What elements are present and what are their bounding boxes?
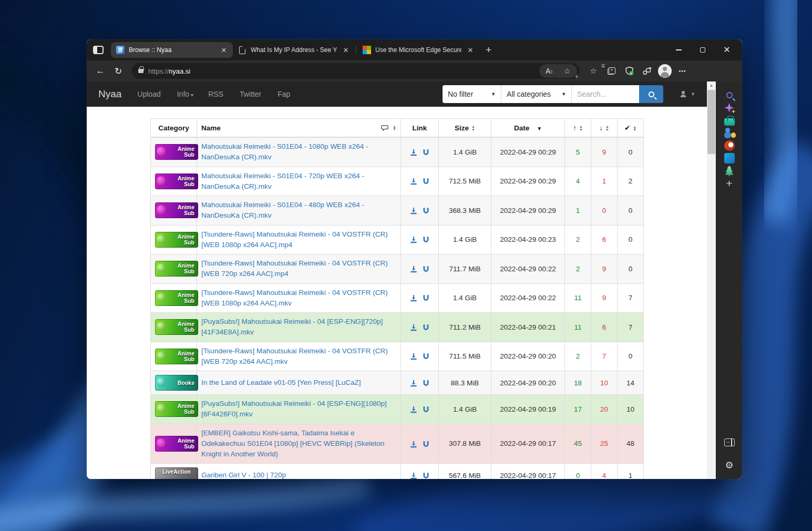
download-icon[interactable]	[410, 324, 417, 331]
category-badge[interactable]: AnimeSub	[155, 436, 198, 452]
scrollbar-up-arrow[interactable]: ▲	[707, 83, 716, 88]
torrent-name-link[interactable]: Mahoutsukai Reimeiki - S01E04 - 1080p WE…	[201, 142, 368, 161]
magnet-icon[interactable]	[423, 324, 429, 331]
download-icon[interactable]	[410, 236, 417, 243]
favorites-icon[interactable]: ☆☰	[585, 63, 602, 79]
torrent-name-link[interactable]: Gariben Girl V - 100 | 720p	[201, 471, 286, 479]
header-leechers[interactable]: ↓▲▼	[591, 119, 618, 138]
close-button[interactable]: ✕	[715, 39, 739, 60]
category-badge[interactable]: LiveAction	[155, 467, 198, 479]
torrent-name-link[interactable]: [PuyaSubs!] Mahoutsukai Reimeiki - 04 [E…	[201, 400, 387, 418]
magnet-icon[interactable]	[423, 236, 429, 243]
download-icon[interactable]	[410, 353, 417, 360]
minimize-button[interactable]	[666, 39, 691, 60]
tree-icon[interactable]	[723, 165, 736, 177]
category-badge[interactable]: Books	[155, 375, 198, 391]
panel-icon[interactable]	[723, 436, 736, 448]
download-icon[interactable]	[410, 472, 417, 479]
lock-icon[interactable]	[138, 69, 143, 73]
filter-select[interactable]: No filter▼	[443, 85, 501, 103]
category-badge[interactable]: AnimeSub	[155, 261, 198, 277]
torrent-name-link[interactable]: Mahoutsukai Reimeiki - S01E04 - 480p WEB…	[201, 201, 364, 219]
torrent-name-link[interactable]: [Tsundere-Raws] Mahoutsukai Reimeiki - 0…	[201, 289, 388, 307]
discover-icon[interactable]	[723, 101, 736, 114]
download-icon[interactable]	[410, 266, 417, 273]
header-size[interactable]: Size▲▼	[439, 119, 491, 138]
magnet-icon[interactable]	[423, 406, 429, 413]
torrent-name-link[interactable]: [EMBER] Gaikotsu Kishi-sama, Tadaima Ise…	[201, 429, 384, 458]
outlook-icon[interactable]	[723, 152, 736, 165]
category-badge[interactable]: AnimeSub	[155, 144, 198, 160]
scrollbar-thumb[interactable]	[707, 90, 715, 154]
browser-tab[interactable]: What Is My IP Address - See You ✕	[233, 42, 355, 58]
search-button[interactable]	[639, 85, 663, 103]
nyaa-nav-link-fap[interactable]: Fap	[277, 90, 292, 98]
browser-tab[interactable]: Browse :: Nyaa ✕	[111, 42, 233, 58]
nyaa-brand[interactable]: Nyaa	[98, 88, 121, 100]
magnet-icon[interactable]	[423, 353, 429, 360]
category-badge[interactable]: AnimeSub	[155, 290, 198, 306]
user-menu[interactable]: ▼	[679, 90, 695, 98]
office-icon[interactable]	[723, 139, 736, 152]
security-shield-icon[interactable]	[621, 63, 638, 79]
tab-close-icon[interactable]: ✕	[219, 45, 229, 55]
add-icon[interactable]: +	[723, 177, 736, 190]
search-input[interactable]	[572, 85, 639, 103]
magnet-icon[interactable]	[423, 441, 429, 448]
torrent-name-link[interactable]: Mahoutsukai Reimeiki - S01E04 - 720p WEB…	[201, 172, 364, 190]
category-select[interactable]: All categories▼	[501, 85, 572, 103]
category-badge[interactable]: AnimeSub	[155, 349, 198, 364]
collections-icon[interactable]	[603, 63, 620, 79]
header-seeders[interactable]: ↑▲▼	[565, 119, 591, 138]
header-category[interactable]: Category	[151, 119, 197, 138]
add-favorite-icon[interactable]: ☆+	[558, 64, 576, 78]
torrent-name-link[interactable]: [Tsundere-Raws] Mahoutsukai Reimeiki - 0…	[201, 259, 388, 278]
torrent-name-link[interactable]: [PuyaSubs!] Mahoutsukai Reimeiki - 04 [E…	[201, 318, 383, 336]
download-icon[interactable]	[410, 441, 417, 448]
settings-icon[interactable]: ⚙	[723, 459, 736, 472]
magnet-icon[interactable]	[423, 207, 429, 215]
tab-close-icon[interactable]: ✕	[341, 45, 351, 55]
category-badge[interactable]: AnimeSub	[155, 319, 198, 335]
header-name[interactable]: Name ▲▼	[197, 119, 401, 138]
address-bar[interactable]: https://nyaa.si A) ☆+	[132, 63, 580, 79]
category-badge[interactable]: AnimeSub	[155, 401, 198, 417]
settings-menu-icon[interactable]: ⋯	[674, 63, 691, 79]
profile-avatar[interactable]	[656, 63, 673, 79]
refresh-icon[interactable]: ↻	[110, 63, 127, 79]
category-badge[interactable]: AnimeSub	[155, 202, 198, 218]
search-icon[interactable]	[723, 89, 736, 101]
page-scrollbar[interactable]: ▲	[707, 81, 716, 479]
maximize-button[interactable]	[691, 39, 715, 60]
header-completed[interactable]: ✔▲▼	[618, 119, 644, 138]
magnet-icon[interactable]	[423, 149, 429, 156]
magnet-icon[interactable]	[423, 178, 429, 185]
nyaa-nav-link-info[interactable]: Info▾	[177, 90, 193, 98]
browser-tab[interactable]: Use the Microsoft Edge Secure N ✕	[357, 42, 479, 58]
magnet-icon[interactable]	[423, 472, 429, 479]
category-badge[interactable]: AnimeSub	[155, 232, 198, 248]
download-icon[interactable]	[410, 406, 417, 413]
download-icon[interactable]	[410, 207, 417, 215]
new-tab-button[interactable]: +	[479, 44, 498, 56]
torrent-name-link[interactable]: [Tsundere-Raws] Mahoutsukai Reimeiki - 0…	[201, 347, 388, 365]
category-badge[interactable]: AnimeSub	[155, 173, 198, 189]
torrent-name-link[interactable]: [Tsundere-Raws] Mahoutsukai Reimeiki - 0…	[201, 230, 388, 249]
read-aloud-icon[interactable]: A)	[540, 64, 558, 78]
shopping-icon[interactable]	[723, 114, 736, 127]
nyaa-nav-link-twitter[interactable]: Twitter	[240, 90, 263, 98]
magnet-icon[interactable]	[423, 266, 429, 273]
torrent-name-link[interactable]: In the Land of Leadale v01-05 [Yen Press…	[201, 379, 361, 386]
tab-close-icon[interactable]: ✕	[466, 45, 475, 55]
download-icon[interactable]	[410, 149, 417, 156]
browser-essentials-icon[interactable]	[639, 63, 655, 79]
header-date[interactable]: Date▼	[491, 119, 565, 138]
magnet-icon[interactable]	[423, 380, 429, 387]
games-icon[interactable]	[723, 127, 736, 139]
tab-actions-menu-icon[interactable]	[93, 46, 104, 54]
magnet-icon[interactable]	[423, 294, 429, 302]
download-icon[interactable]	[410, 294, 417, 302]
back-icon[interactable]: ←	[92, 63, 109, 79]
download-icon[interactable]	[410, 380, 417, 387]
download-icon[interactable]	[410, 178, 417, 185]
